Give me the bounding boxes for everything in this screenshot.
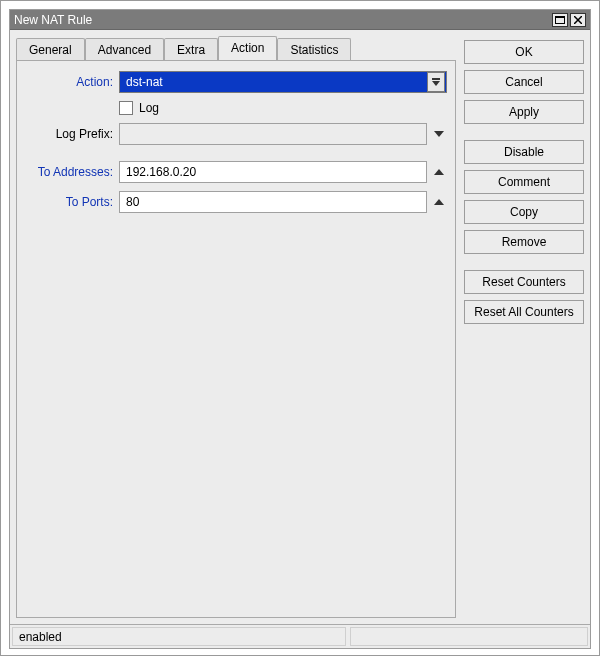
- disable-button[interactable]: Disable: [464, 140, 584, 164]
- log-label: Log: [139, 101, 159, 115]
- action-combobox[interactable]: dst-nat: [119, 71, 447, 93]
- maximize-button[interactable]: [552, 13, 568, 27]
- status-right: [350, 627, 588, 646]
- dialog-window: New NAT Rule General Advanced Extra Acti…: [9, 9, 591, 649]
- titlebar: New NAT Rule: [10, 10, 590, 30]
- action-dropdown-button[interactable]: [427, 72, 445, 92]
- log-prefix-input[interactable]: [119, 123, 427, 145]
- log-prefix-label: Log Prefix:: [25, 127, 119, 141]
- reset-counters-button[interactable]: Reset Counters: [464, 270, 584, 294]
- to-ports-input[interactable]: [119, 191, 427, 213]
- status-left: enabled: [12, 627, 346, 646]
- to-addresses-input[interactable]: [119, 161, 427, 183]
- close-button[interactable]: [570, 13, 586, 27]
- svg-marker-6: [434, 131, 444, 137]
- log-checkbox[interactable]: [119, 101, 133, 115]
- action-label: Action:: [25, 75, 119, 89]
- svg-marker-7: [434, 169, 444, 175]
- action-value: dst-nat: [120, 75, 427, 89]
- svg-marker-5: [432, 81, 440, 86]
- to-addresses-collapse-icon[interactable]: [431, 169, 447, 175]
- ok-button[interactable]: OK: [464, 40, 584, 64]
- copy-button[interactable]: Copy: [464, 200, 584, 224]
- comment-button[interactable]: Comment: [464, 170, 584, 194]
- window-title: New NAT Rule: [14, 13, 550, 27]
- apply-button[interactable]: Apply: [464, 100, 584, 124]
- tab-strip: General Advanced Extra Action Statistics: [16, 36, 456, 60]
- tab-statistics[interactable]: Statistics: [277, 38, 351, 61]
- tab-advanced[interactable]: Advanced: [85, 38, 164, 61]
- to-ports-label: To Ports:: [25, 195, 119, 209]
- status-bar: enabled: [10, 624, 590, 648]
- log-prefix-expand-icon[interactable]: [431, 131, 447, 137]
- tab-extra[interactable]: Extra: [164, 38, 218, 61]
- cancel-button[interactable]: Cancel: [464, 70, 584, 94]
- svg-rect-4: [432, 78, 440, 80]
- to-ports-collapse-icon[interactable]: [431, 199, 447, 205]
- side-button-panel: OK Cancel Apply Disable Comment Copy Rem…: [464, 36, 584, 618]
- tab-general[interactable]: General: [16, 38, 85, 61]
- remove-button[interactable]: Remove: [464, 230, 584, 254]
- tab-panel-action: Action: dst-nat Log: [16, 60, 456, 618]
- to-addresses-label: To Addresses:: [25, 165, 119, 179]
- reset-all-counters-button[interactable]: Reset All Counters: [464, 300, 584, 324]
- svg-marker-8: [434, 199, 444, 205]
- tab-action[interactable]: Action: [218, 36, 277, 60]
